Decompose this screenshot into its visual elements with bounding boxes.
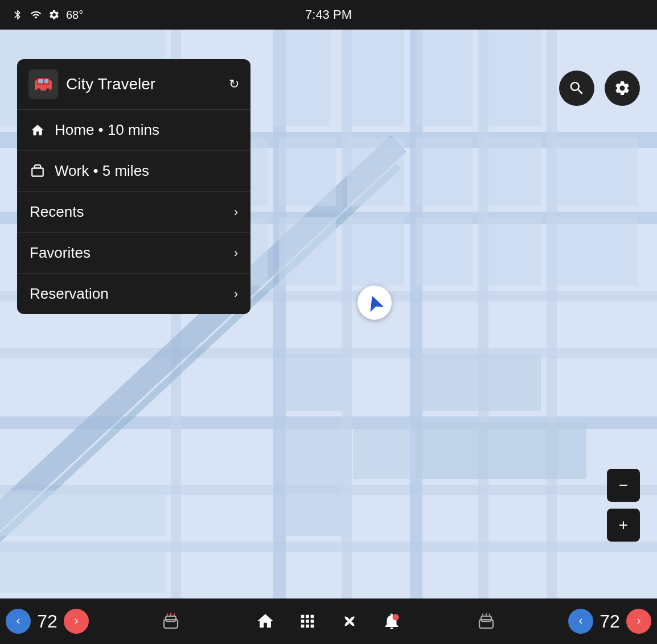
- svg-rect-28: [416, 354, 541, 411]
- bottom-bar: 72: [0, 598, 657, 644]
- svg-rect-23: [279, 217, 336, 286]
- svg-rect-32: [353, 422, 410, 479]
- location-marker: [358, 286, 392, 320]
- reservation-label: Reservation: [30, 285, 225, 303]
- svg-rect-12: [547, 30, 557, 598]
- zoom-in-icon: +: [619, 516, 628, 534]
- svg-point-41: [36, 88, 40, 92]
- nav-header: City Traveler ↻: [17, 59, 251, 110]
- favorites-nav-item[interactable]: Favorites ›: [17, 233, 251, 274]
- status-icons: 68°: [11, 9, 83, 22]
- home-nav-label: Home • 10 mins: [55, 121, 238, 139]
- svg-rect-44: [38, 79, 43, 83]
- home-icon: [30, 122, 46, 138]
- briefcase-icon: [30, 163, 46, 179]
- svg-rect-21: [552, 138, 638, 206]
- location-circle: [358, 286, 392, 320]
- svg-rect-31: [285, 422, 342, 536]
- map[interactable]: City Traveler ↻ Home • 10 mins Work • 5 …: [0, 30, 657, 598]
- svg-rect-29: [416, 422, 586, 479]
- right-temp-up-button[interactable]: [626, 609, 651, 634]
- svg-rect-45: [44, 79, 48, 83]
- home-nav-item[interactable]: Home • 10 mins: [17, 110, 251, 151]
- svg-rect-39: [0, 547, 165, 593]
- svg-rect-55: [481, 616, 491, 621]
- svg-rect-48: [166, 616, 176, 621]
- right-temperature: 72: [596, 611, 624, 632]
- svg-rect-36: [484, 30, 541, 126]
- home-bottom-icon[interactable]: [253, 609, 278, 634]
- right-temp-group: 72: [568, 609, 651, 634]
- right-temp-down-button[interactable]: [568, 609, 593, 634]
- map-settings-button[interactable]: [605, 71, 640, 106]
- zoom-out-icon: −: [619, 476, 628, 494]
- svg-rect-38: [0, 490, 165, 536]
- apps-grid-icon[interactable]: [295, 609, 320, 634]
- favorites-chevron-icon: ›: [234, 246, 238, 261]
- app-title: City Traveler: [66, 75, 221, 93]
- status-time: 7:43 PM: [305, 7, 352, 22]
- bluetooth-icon: [11, 9, 24, 21]
- fan-icon[interactable]: [337, 609, 362, 634]
- svg-rect-34: [342, 30, 404, 126]
- zoom-in-button[interactable]: +: [607, 509, 640, 542]
- notification-icon[interactable]: [379, 609, 404, 634]
- svg-rect-19: [416, 138, 473, 206]
- zoom-out-button[interactable]: −: [607, 469, 640, 502]
- app-icon: [28, 69, 58, 99]
- svg-point-52: [347, 619, 351, 623]
- left-temperature: 72: [33, 611, 61, 632]
- reservation-nav-item[interactable]: Reservation ›: [17, 274, 251, 314]
- recents-chevron-icon: ›: [234, 205, 238, 220]
- settings-status-icon: [48, 9, 60, 21]
- svg-rect-20: [484, 138, 541, 206]
- svg-rect-17: [279, 138, 336, 206]
- recents-label: Recents: [30, 203, 225, 221]
- svg-rect-33: [273, 30, 330, 126]
- svg-rect-27: [552, 217, 638, 286]
- svg-marker-46: [365, 294, 384, 312]
- heat-seat-right-icon[interactable]: [474, 609, 499, 634]
- signal-icon: [30, 9, 42, 21]
- status-bar: 68° 7:43 PM: [0, 0, 657, 30]
- status-temperature: 68°: [66, 9, 83, 22]
- work-nav-item[interactable]: Work • 5 miles: [17, 151, 251, 192]
- recents-nav-item[interactable]: Recents ›: [17, 192, 251, 233]
- svg-rect-30: [285, 354, 342, 411]
- svg-rect-24: [347, 217, 404, 286]
- svg-rect-35: [416, 30, 473, 126]
- left-temp-down-button[interactable]: [6, 609, 31, 634]
- svg-rect-18: [347, 138, 404, 206]
- refresh-icon[interactable]: ↻: [229, 77, 239, 92]
- work-nav-label: Work • 5 miles: [55, 162, 238, 180]
- left-temp-group: 72: [6, 609, 89, 634]
- reservation-chevron-icon: ›: [234, 287, 238, 302]
- svg-rect-26: [484, 217, 541, 286]
- svg-rect-25: [416, 217, 473, 286]
- heat-fan-left-icon[interactable]: [158, 609, 183, 634]
- favorites-label: Favorites: [30, 244, 225, 262]
- bottom-center-icons: [253, 609, 404, 634]
- nav-panel: City Traveler ↻ Home • 10 mins Work • 5 …: [17, 59, 251, 314]
- left-temp-up-button[interactable]: [64, 609, 89, 634]
- svg-point-42: [46, 88, 50, 92]
- search-button[interactable]: [559, 71, 594, 106]
- svg-point-53: [392, 614, 399, 620]
